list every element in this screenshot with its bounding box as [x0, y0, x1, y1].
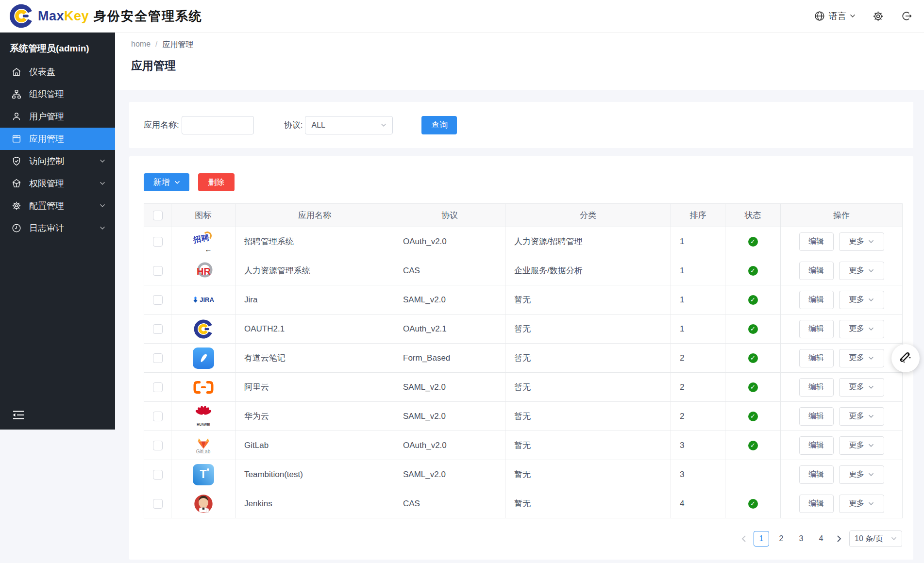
cell-category: 暂无	[505, 489, 671, 518]
cell-status: ✓	[725, 431, 781, 460]
cell-category: 暂无	[505, 344, 671, 373]
cell-protocol: Form_Based	[394, 344, 505, 373]
sidebar-item-config[interactable]: 配置管理	[0, 195, 115, 217]
more-button[interactable]: 更多	[839, 232, 884, 251]
sidebar-item-label: 访问控制	[29, 155, 100, 167]
cell-protocol: OAuth_v2.0	[394, 227, 505, 256]
cell-protocol: CAS	[394, 489, 505, 518]
collapse-sidebar-button[interactable]	[12, 409, 25, 423]
settings-button[interactable]	[872, 10, 884, 22]
edit-button[interactable]: 编辑	[799, 495, 834, 513]
cell-protocol: SAML_v2.0	[394, 460, 505, 489]
sidebar-item-label: 仪表盘	[29, 66, 105, 78]
more-button[interactable]: 更多	[839, 465, 884, 484]
more-button[interactable]: 更多	[839, 349, 884, 367]
more-button[interactable]: 更多	[839, 378, 884, 397]
row-checkbox[interactable]	[153, 412, 163, 421]
prev-page-button[interactable]	[738, 531, 749, 546]
row-checkbox[interactable]	[153, 353, 163, 363]
sidebar-item-log[interactable]: 日志审计	[0, 217, 115, 239]
cell-app-name: Teambition(test)	[235, 460, 394, 489]
sidebar-item-user[interactable]: 用户管理	[0, 105, 115, 128]
sidebar-item-org[interactable]: 组织管理	[0, 83, 115, 105]
app-icon-hr: HR	[192, 260, 215, 282]
more-button[interactable]: 更多	[839, 407, 884, 426]
edit-button[interactable]: 编辑	[799, 232, 834, 251]
chevron-down-icon	[100, 182, 105, 185]
cell-category: 暂无	[505, 373, 671, 402]
edit-button[interactable]: 编辑	[799, 465, 834, 484]
cell-app-name: 阿里云	[235, 373, 394, 402]
org-icon	[11, 89, 22, 99]
edit-button[interactable]: 编辑	[799, 320, 834, 338]
page-number-3[interactable]: 3	[793, 531, 809, 546]
app-name-input[interactable]	[182, 116, 254, 134]
sidebar-item-shield[interactable]: 访问控制	[0, 150, 115, 172]
table-row: 有道云笔记 Form_Based 暂无 2 ✓ 编辑更多	[144, 344, 903, 373]
cell-status: ✓	[725, 256, 781, 285]
breadcrumb-separator: /	[155, 40, 157, 50]
table-row: OAUTH2.1 OAuth_v2.1 暂无 1 ✓ 编辑更多	[144, 315, 903, 344]
magic-wand-button[interactable]	[891, 344, 920, 372]
cell-app-name: 人力资源管理系统	[235, 256, 394, 285]
language-menu[interactable]: 语言	[814, 10, 856, 22]
cell-sort: 1	[671, 227, 725, 256]
sidebar-item-label: 组织管理	[29, 88, 105, 100]
logout-button[interactable]	[901, 10, 912, 22]
next-page-button[interactable]	[833, 531, 845, 546]
current-user-label: 系统管理员(admin)	[0, 33, 115, 61]
sidebar-item-perm[interactable]: 权限管理	[0, 172, 115, 195]
chevron-down-icon	[850, 14, 856, 18]
more-button[interactable]: 更多	[839, 291, 884, 309]
edit-button[interactable]: 编辑	[799, 291, 834, 309]
cell-sort: 3	[671, 460, 725, 489]
page-number-4[interactable]: 4	[813, 531, 829, 546]
column-header-col-actions: 操作	[781, 204, 903, 227]
row-checkbox[interactable]	[153, 441, 163, 450]
more-button[interactable]: 更多	[839, 495, 884, 513]
more-button[interactable]: 更多	[839, 262, 884, 280]
app-icon-huawei: HUAWEI	[192, 405, 215, 428]
page-number-1[interactable]: 1	[754, 531, 769, 546]
brand-title: 身份安全管理系统	[94, 8, 202, 25]
app-icon	[11, 133, 22, 144]
cell-protocol: CAS	[394, 256, 505, 285]
cell-category: 暂无	[505, 285, 671, 315]
app-icon-aliyun	[192, 376, 215, 398]
row-checkbox[interactable]	[153, 324, 163, 334]
page-size-select[interactable]: 10 条/页	[849, 530, 902, 547]
cell-app-name: GitLab	[235, 431, 394, 460]
more-button[interactable]: 更多	[839, 320, 884, 338]
protocol-select[interactable]: ALL	[305, 116, 393, 134]
perm-icon	[11, 178, 22, 189]
edit-button[interactable]: 编辑	[799, 262, 834, 280]
more-button[interactable]: 更多	[839, 436, 884, 455]
edit-button[interactable]: 编辑	[799, 349, 834, 367]
select-all-checkbox[interactable]	[153, 211, 163, 220]
add-button[interactable]: 新增	[144, 173, 189, 191]
breadcrumb-home[interactable]: home	[131, 40, 151, 50]
table-row: 阿里云 SAML_v2.0 暂无 2 ✓ 编辑更多	[144, 373, 903, 402]
delete-button[interactable]: 删除	[198, 173, 235, 191]
table-row: T Teambition(test) SAML_v2.0 暂无 3 编辑更多	[144, 460, 903, 489]
svg-text:HUAWEI: HUAWEI	[197, 422, 210, 426]
edit-button[interactable]: 编辑	[799, 407, 834, 426]
row-checkbox[interactable]	[153, 470, 163, 480]
row-checkbox[interactable]	[153, 295, 163, 305]
edit-button[interactable]: 编辑	[799, 378, 834, 397]
table-row: HUAWEI 华为云 SAML_v2.0 暂无 2 ✓ 编辑更多	[144, 402, 903, 431]
sidebar-item-app[interactable]: 应用管理	[0, 128, 115, 150]
column-header-col-status: 状态	[725, 204, 781, 227]
row-checkbox[interactable]	[153, 266, 163, 276]
row-checkbox[interactable]	[153, 499, 163, 509]
edit-button[interactable]: 编辑	[799, 436, 834, 455]
row-checkbox[interactable]	[153, 237, 163, 247]
cell-app-name: Jira	[235, 285, 394, 315]
page-number-2[interactable]: 2	[773, 531, 789, 546]
query-button[interactable]: 查询	[421, 116, 457, 134]
row-checkbox[interactable]	[153, 382, 163, 392]
table-toolbar: 新增 删除	[144, 173, 902, 191]
column-header-col-app-name: 应用名称	[235, 204, 394, 227]
cell-app-name: 招聘管理系统	[235, 227, 394, 256]
sidebar-item-dashboard[interactable]: 仪表盘	[0, 61, 115, 83]
